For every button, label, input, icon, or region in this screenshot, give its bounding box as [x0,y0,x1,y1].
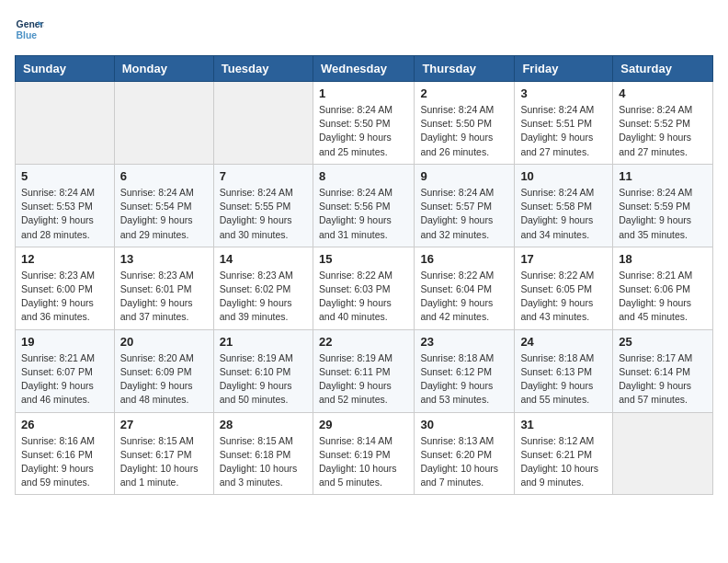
day-info: Sunrise: 8:22 AM Sunset: 6:05 PM Dayligh… [520,269,607,325]
calendar-cell: 22Sunrise: 8:19 AM Sunset: 6:11 PM Dayli… [313,329,414,412]
day-info: Sunrise: 8:24 AM Sunset: 5:53 PM Dayligh… [21,186,108,242]
calendar-week-row: 1Sunrise: 8:24 AM Sunset: 5:50 PM Daylig… [16,82,713,165]
day-info: Sunrise: 8:24 AM Sunset: 5:51 PM Dayligh… [520,103,607,159]
day-info: Sunrise: 8:24 AM Sunset: 5:57 PM Dayligh… [420,186,508,242]
day-number: 17 [520,252,607,266]
calendar-cell: 27Sunrise: 8:15 AM Sunset: 6:17 PM Dayli… [114,412,213,495]
day-number: 10 [520,169,607,183]
day-info: Sunrise: 8:14 AM Sunset: 6:19 PM Dayligh… [319,434,408,490]
calendar-cell: 14Sunrise: 8:23 AM Sunset: 6:02 PM Dayli… [213,247,313,329]
day-header: Thursday [415,56,515,82]
calendar-cell: 1Sunrise: 8:24 AM Sunset: 5:50 PM Daylig… [313,82,414,165]
day-number: 12 [21,252,108,266]
calendar-cell: 28Sunrise: 8:15 AM Sunset: 6:18 PM Dayli… [213,412,313,495]
logo-icon: General Blue [15,15,44,44]
day-info: Sunrise: 8:24 AM Sunset: 5:50 PM Dayligh… [420,103,508,159]
day-number: 8 [319,169,408,183]
day-number: 29 [319,418,408,431]
day-info: Sunrise: 8:22 AM Sunset: 6:03 PM Dayligh… [319,269,408,325]
day-number: 22 [319,335,408,349]
day-header: Tuesday [213,56,313,82]
day-number: 2 [420,86,508,100]
day-number: 15 [319,252,408,266]
day-info: Sunrise: 8:17 AM Sunset: 6:14 PM Dayligh… [619,351,707,408]
day-number: 27 [120,418,208,431]
day-info: Sunrise: 8:24 AM Sunset: 5:55 PM Dayligh… [220,186,307,242]
day-number: 4 [619,86,707,100]
calendar-cell: 31Sunrise: 8:12 AM Sunset: 6:21 PM Dayli… [515,412,613,495]
calendar-cell: 12Sunrise: 8:23 AM Sunset: 6:00 PM Dayli… [16,247,115,329]
day-info: Sunrise: 8:21 AM Sunset: 6:06 PM Dayligh… [619,269,707,325]
day-info: Sunrise: 8:19 AM Sunset: 6:10 PM Dayligh… [220,351,307,408]
day-number: 24 [520,335,607,349]
calendar-cell: 8Sunrise: 8:24 AM Sunset: 5:56 PM Daylig… [313,164,414,247]
calendar-week-row: 12Sunrise: 8:23 AM Sunset: 6:00 PM Dayli… [16,247,713,329]
day-info: Sunrise: 8:23 AM Sunset: 6:00 PM Dayligh… [21,269,108,325]
calendar-cell: 2Sunrise: 8:24 AM Sunset: 5:50 PM Daylig… [415,82,515,165]
calendar-cell: 19Sunrise: 8:21 AM Sunset: 6:07 PM Dayli… [16,329,115,412]
day-number: 28 [220,418,307,431]
day-number: 25 [619,335,707,349]
day-header: Friday [515,56,613,82]
day-info: Sunrise: 8:23 AM Sunset: 6:01 PM Dayligh… [120,269,208,325]
day-number: 1 [319,86,408,100]
calendar-cell: 16Sunrise: 8:22 AM Sunset: 6:04 PM Dayli… [415,247,515,329]
calendar-cell: 25Sunrise: 8:17 AM Sunset: 6:14 PM Dayli… [613,329,713,412]
calendar-cell [213,82,313,165]
day-info: Sunrise: 8:24 AM Sunset: 5:58 PM Dayligh… [520,186,607,242]
day-number: 19 [21,335,108,349]
day-number: 20 [120,335,208,349]
calendar-cell: 15Sunrise: 8:22 AM Sunset: 6:03 PM Dayli… [313,247,414,329]
day-info: Sunrise: 8:18 AM Sunset: 6:13 PM Dayligh… [520,351,607,408]
day-info: Sunrise: 8:20 AM Sunset: 6:09 PM Dayligh… [120,351,208,408]
day-info: Sunrise: 8:12 AM Sunset: 6:21 PM Dayligh… [520,434,607,490]
page-header: General Blue [15,15,713,44]
day-number: 9 [420,169,508,183]
calendar-cell [114,82,213,165]
day-number: 11 [619,169,707,183]
calendar-week-row: 5Sunrise: 8:24 AM Sunset: 5:53 PM Daylig… [16,164,713,247]
day-number: 6 [120,169,208,183]
day-info: Sunrise: 8:15 AM Sunset: 6:17 PM Dayligh… [120,434,208,490]
calendar-cell: 24Sunrise: 8:18 AM Sunset: 6:13 PM Dayli… [515,329,613,412]
day-number: 21 [220,335,307,349]
calendar-cell: 20Sunrise: 8:20 AM Sunset: 6:09 PM Dayli… [114,329,213,412]
day-header: Saturday [613,56,713,82]
day-number: 18 [619,252,707,266]
day-info: Sunrise: 8:23 AM Sunset: 6:02 PM Dayligh… [220,269,307,325]
calendar-cell: 11Sunrise: 8:24 AM Sunset: 5:59 PM Dayli… [613,164,713,247]
calendar-week-row: 26Sunrise: 8:16 AM Sunset: 6:16 PM Dayli… [16,412,713,495]
day-info: Sunrise: 8:24 AM Sunset: 5:54 PM Dayligh… [120,186,208,242]
day-info: Sunrise: 8:24 AM Sunset: 5:52 PM Dayligh… [619,103,707,159]
calendar-cell: 26Sunrise: 8:16 AM Sunset: 6:16 PM Dayli… [16,412,115,495]
day-number: 31 [520,418,607,431]
day-number: 16 [420,252,508,266]
day-info: Sunrise: 8:22 AM Sunset: 6:04 PM Dayligh… [420,269,508,325]
day-number: 23 [420,335,508,349]
day-number: 26 [21,418,108,431]
day-info: Sunrise: 8:13 AM Sunset: 6:20 PM Dayligh… [420,434,508,490]
day-info: Sunrise: 8:18 AM Sunset: 6:12 PM Dayligh… [420,351,508,408]
day-header: Sunday [16,56,115,82]
calendar-cell: 13Sunrise: 8:23 AM Sunset: 6:01 PM Dayli… [114,247,213,329]
calendar-cell: 3Sunrise: 8:24 AM Sunset: 5:51 PM Daylig… [515,82,613,165]
day-number: 5 [21,169,108,183]
day-info: Sunrise: 8:24 AM Sunset: 5:50 PM Dayligh… [319,103,408,159]
calendar-cell: 10Sunrise: 8:24 AM Sunset: 5:58 PM Dayli… [515,164,613,247]
calendar-cell: 6Sunrise: 8:24 AM Sunset: 5:54 PM Daylig… [114,164,213,247]
day-number: 3 [520,86,607,100]
day-info: Sunrise: 8:24 AM Sunset: 5:56 PM Dayligh… [319,186,408,242]
calendar-cell: 29Sunrise: 8:14 AM Sunset: 6:19 PM Dayli… [313,412,414,495]
calendar-cell: 7Sunrise: 8:24 AM Sunset: 5:55 PM Daylig… [213,164,313,247]
calendar-cell: 9Sunrise: 8:24 AM Sunset: 5:57 PM Daylig… [415,164,515,247]
day-header: Monday [114,56,213,82]
calendar-cell: 21Sunrise: 8:19 AM Sunset: 6:10 PM Dayli… [213,329,313,412]
day-number: 14 [220,252,307,266]
calendar-cell: 30Sunrise: 8:13 AM Sunset: 6:20 PM Dayli… [415,412,515,495]
day-number: 13 [120,252,208,266]
calendar-cell [613,412,713,495]
day-info: Sunrise: 8:15 AM Sunset: 6:18 PM Dayligh… [220,434,307,490]
svg-text:Blue: Blue [17,30,38,40]
day-number: 30 [420,418,508,431]
calendar-cell: 5Sunrise: 8:24 AM Sunset: 5:53 PM Daylig… [16,164,115,247]
